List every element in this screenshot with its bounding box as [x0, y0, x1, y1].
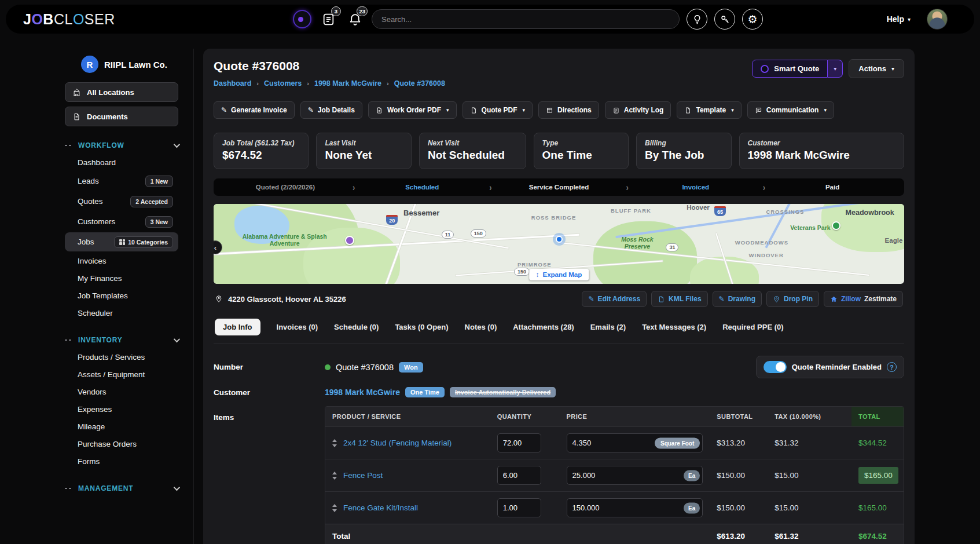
- main-panel: Quote #376008 Dashboard › Customers › 19…: [203, 49, 915, 544]
- job-location-marker[interactable]: [556, 236, 563, 243]
- ideas-button[interactable]: [687, 9, 707, 30]
- breadcrumb-dashboard[interactable]: Dashboard: [214, 79, 251, 87]
- reorder-handle[interactable]: [332, 439, 337, 447]
- work-order-pdf-button[interactable]: Work Order PDF▾: [368, 101, 457, 119]
- customer-link[interactable]: 1998 Mark McGwire: [325, 388, 400, 397]
- management-section-header[interactable]: MANAGEMENT: [65, 484, 178, 492]
- map-label-hoover: Hoover: [687, 204, 710, 211]
- sidebar-item-purchase-orders[interactable]: Purchase Orders: [65, 436, 178, 452]
- sidebar-item-my-finances[interactable]: My Finances: [65, 270, 178, 286]
- sidebar-item-products-services[interactable]: Products / Services: [65, 349, 178, 365]
- drop-pin-button[interactable]: Drop Pin: [766, 291, 819, 307]
- quantity-input[interactable]: [497, 433, 541, 452]
- product-link[interactable]: Fence Post: [343, 471, 383, 480]
- tab-notes[interactable]: Notes (0): [465, 323, 497, 331]
- search-input[interactable]: [372, 9, 680, 29]
- template-button[interactable]: Template▾: [677, 101, 741, 119]
- company-switcher[interactable]: R RIIPL Lawn Co.: [81, 56, 182, 73]
- tab-tasks[interactable]: Tasks (0 Open): [395, 323, 448, 331]
- sidebar-item-invoices[interactable]: Invoices: [65, 253, 178, 269]
- tab-required-ppe[interactable]: Required PPE (0): [722, 323, 783, 331]
- pipeline-invoiced[interactable]: Invoiced: [629, 184, 763, 191]
- tab-emails[interactable]: Emails (2): [590, 323, 626, 331]
- product-link[interactable]: 2x4 12' Stud (Fencing Material): [343, 439, 452, 447]
- price-input[interactable]: [567, 466, 703, 485]
- expand-map-button[interactable]: ↕ Expand Map: [529, 269, 589, 280]
- sidebar-item-quotes[interactable]: Quotes2 Accepted: [65, 192, 178, 211]
- pipeline-paid[interactable]: Paid: [765, 184, 900, 191]
- all-locations-button[interactable]: All Locations: [65, 82, 178, 102]
- drawing-button[interactable]: ✎Drawing: [713, 291, 762, 307]
- access-keys-button[interactable]: [714, 9, 735, 30]
- tab-attachments[interactable]: Attachments (28): [513, 323, 574, 331]
- stat-label: Billing: [645, 139, 722, 147]
- breadcrumb-quote[interactable]: Quote #376008: [394, 79, 445, 87]
- pipeline-service-completed[interactable]: Service Completed: [492, 184, 626, 191]
- inventory-section-header[interactable]: INVENTORY: [65, 336, 178, 344]
- activity-log-button[interactable]: Activity Log: [605, 101, 671, 119]
- col-quantity: QUANTITY: [490, 407, 560, 426]
- smart-quote-button[interactable]: Smart Quote: [752, 60, 828, 78]
- sidebar-item-forms[interactable]: Forms: [65, 453, 178, 469]
- sidebar-item-job-templates[interactable]: Job Templates: [65, 287, 178, 304]
- directions-button[interactable]: Directions: [538, 101, 599, 119]
- communication-button[interactable]: Communication▾: [747, 101, 834, 119]
- help-question-icon[interactable]: ?: [887, 362, 897, 372]
- generate-invoice-button[interactable]: ✎Generate Invoice: [214, 101, 295, 119]
- reorder-handle[interactable]: [332, 472, 337, 480]
- reorder-handle[interactable]: [332, 504, 337, 512]
- tab-invoices[interactable]: Invoices (0): [277, 323, 318, 331]
- sidebar-item-expenses[interactable]: Expenses: [65, 401, 178, 417]
- smart-quote-dropdown-button[interactable]: ▾: [828, 60, 843, 78]
- nav-label: Job Templates: [78, 291, 128, 300]
- quote-reminder-toggle[interactable]: [764, 361, 787, 373]
- documents-button[interactable]: Documents: [65, 107, 178, 126]
- product-link[interactable]: Fence Gate Kit/Install: [343, 503, 418, 512]
- stat-value: By The Job: [645, 149, 722, 162]
- pipeline-quoted[interactable]: Quoted (2/20/2026): [218, 184, 353, 191]
- section-label: WORKFLOW: [78, 141, 124, 149]
- edit-address-button[interactable]: ✎Edit Address: [582, 291, 647, 307]
- sidebar-item-leads[interactable]: Leads1 New: [65, 171, 178, 191]
- sidebar-item-jobs[interactable]: Jobs 10 Categories: [65, 232, 178, 251]
- sidebar-item-assets-equipment[interactable]: Assets / Equipment: [65, 366, 178, 382]
- breadcrumb-customers[interactable]: Customers: [264, 79, 302, 87]
- breadcrumb-customer[interactable]: 1998 Mark McGwire: [314, 79, 381, 87]
- tax-value: $31.32: [768, 434, 851, 452]
- tab-job-info[interactable]: Job Info: [215, 319, 260, 335]
- title-block: Quote #376008 Dashboard › Customers › 19…: [214, 59, 445, 87]
- kml-files-button[interactable]: KML Files: [651, 291, 707, 307]
- workflow-section-header[interactable]: WORKFLOW: [65, 141, 178, 149]
- sidebar-item-vendors[interactable]: Vendors: [65, 384, 178, 400]
- app-logo[interactable]: JOBCLOSER: [23, 11, 115, 28]
- status-orb-icon[interactable]: [293, 10, 311, 28]
- logo-ring-o-icon: O: [31, 11, 43, 28]
- settings-button[interactable]: ⚙: [742, 9, 763, 30]
- pipeline-scheduled[interactable]: Scheduled: [355, 184, 489, 191]
- tab-schedule[interactable]: Schedule (0): [334, 323, 379, 331]
- sidebar-item-mileage[interactable]: Mileage: [65, 418, 178, 435]
- location-map[interactable]: Bessemer ROSS BRIDGE BLUFF PARK Hoover C…: [214, 204, 904, 284]
- tasks-list-button[interactable]: 3: [318, 9, 338, 29]
- nav-label: Scheduler: [78, 309, 113, 317]
- help-menu[interactable]: Help ▾: [887, 14, 911, 24]
- quantity-input[interactable]: [497, 498, 541, 517]
- notifications-button[interactable]: 23: [345, 9, 365, 29]
- map-label-primrose: PRIMROSE: [517, 261, 552, 268]
- sidebar-item-customers[interactable]: Customers3 New: [65, 212, 178, 231]
- quote-pdf-button[interactable]: Quote PDF▾: [463, 101, 533, 119]
- user-avatar[interactable]: [927, 9, 948, 30]
- quantity-input[interactable]: [497, 466, 541, 485]
- tab-text-messages[interactable]: Text Messages (2): [642, 323, 706, 331]
- price-input[interactable]: [567, 498, 703, 517]
- sidebar-item-dashboard[interactable]: Dashboard: [65, 154, 178, 170]
- documents-label: Documents: [87, 112, 128, 121]
- summary-cards: Job Total ($61.32 Tax)$674.52 Last Visit…: [214, 133, 904, 169]
- table-header-row: PRODUCT / SERVICE QUANTITY PRICE SUBTOTA…: [325, 407, 904, 426]
- sidebar-item-scheduler[interactable]: Scheduler: [65, 305, 178, 321]
- actions-button[interactable]: Actions ▾: [849, 59, 904, 78]
- expand-arrows-icon: ↕: [536, 271, 539, 278]
- zillow-zestimate-button[interactable]: Zillow Zestimate: [824, 291, 903, 307]
- job-details-button[interactable]: ✎Job Details: [300, 101, 362, 119]
- job-info-panel: Number Quote #376008 Won Quote Reminder …: [214, 344, 904, 544]
